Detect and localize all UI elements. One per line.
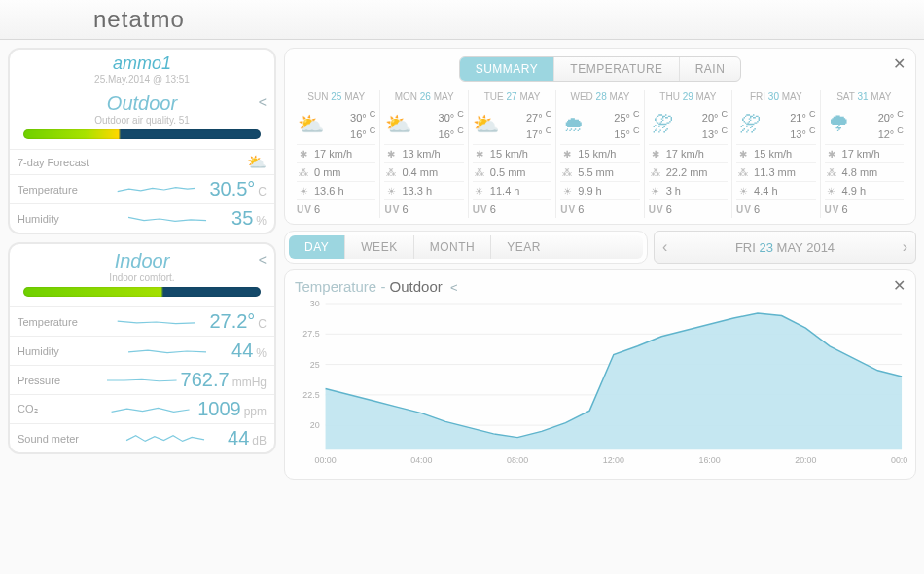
chevron-right-icon[interactable]: › — [903, 238, 907, 256]
temperature-chart[interactable]: 2022.52527.53000:0004:0008:0012:0016:002… — [293, 295, 907, 470]
value-outdoor-humidity: 35% — [231, 207, 267, 230]
main-area: ✕ SUMMARY TEMPERATURE RAIN SUN 25 MAY⛅30… — [276, 48, 916, 480]
indoor-module-header: < Indoor Indoor comfort. — [10, 244, 274, 306]
row-indoor-pressure[interactable]: Pressure 762.7mmHg — [10, 365, 274, 394]
app-body: ammo1 25.May.2014 @ 13:51 < Outdoor Outd… — [0, 40, 924, 480]
outdoor-quality-bar — [23, 129, 261, 139]
forecast-tabs: SUMMARY TEMPERATURE RAIN — [293, 56, 907, 82]
svg-text:20:00: 20:00 — [795, 455, 816, 465]
svg-text:00:00: 00:00 — [891, 455, 907, 465]
tab-temperature[interactable]: TEMPERATURE — [554, 57, 679, 81]
indoor-comfort-bar — [23, 287, 261, 297]
weather-icon: ⛅ — [297, 112, 324, 137]
svg-text:20: 20 — [310, 420, 320, 430]
close-icon[interactable]: ✕ — [893, 54, 906, 73]
indoor-subtitle: Indoor comfort. — [16, 272, 268, 283]
label-humidity: Humidity — [18, 213, 103, 225]
forecast-day[interactable]: SUN 25 MAY⛅30° C16° C✱17 km/h⁂0 mm☀13.6 … — [293, 90, 380, 218]
brand-bar: netatmo — [0, 0, 924, 40]
sun-icon: ☀ — [736, 186, 750, 197]
label-forecast: 7-day Forecast — [18, 157, 103, 168]
tab-month[interactable]: MONTH — [414, 235, 492, 259]
uv-icon: UV — [297, 204, 310, 215]
chevron-left-icon[interactable]: ‹ — [662, 238, 667, 256]
forecast-day[interactable]: FRI 30 MAY⛈21° C13° C✱15 km/h⁂11.3 mm☀4.… — [732, 90, 820, 218]
rain-icon: ⁂ — [297, 167, 310, 178]
rain-icon: ⁂ — [473, 167, 486, 178]
share-icon[interactable]: < — [259, 252, 267, 268]
value-outdoor-temp: 30.5°C — [209, 178, 267, 200]
uv-icon: UV — [473, 204, 486, 215]
svg-text:25: 25 — [310, 360, 320, 370]
tab-day[interactable]: DAY — [289, 235, 345, 259]
rain-icon: ⁂ — [560, 167, 574, 178]
spark-outdoor-temp — [107, 182, 205, 197]
rain-icon: ⁂ — [384, 167, 398, 178]
outdoor-subtitle: Outdoor air quality. 51 — [16, 115, 268, 126]
sun-icon: ☀ — [473, 186, 486, 197]
tab-week[interactable]: WEEK — [345, 235, 413, 259]
wind-icon: ✱ — [825, 149, 838, 160]
svg-text:22.5: 22.5 — [302, 390, 319, 400]
wind-icon: ✱ — [736, 149, 750, 160]
weather-icon: 🌧 — [560, 112, 587, 137]
row-outdoor-humidity[interactable]: Humidity 35% — [10, 203, 274, 233]
wind-icon: ✱ — [473, 149, 486, 160]
label-temp: Temperature — [18, 184, 103, 196]
svg-text:08:00: 08:00 — [507, 455, 528, 465]
svg-text:00:00: 00:00 — [314, 455, 336, 465]
row-indoor-temp[interactable]: Temperature 27.2°C — [10, 306, 274, 336]
forecast-day[interactable]: TUE 27 MAY⛅27° C17° C✱15 km/h⁂0.5 mm☀11.… — [469, 90, 556, 218]
sun-icon: ☀ — [384, 186, 398, 197]
svg-text:30: 30 — [310, 299, 320, 308]
share-icon[interactable]: < — [446, 280, 458, 295]
wind-icon: ✱ — [384, 149, 398, 160]
station-header: ammo1 25.May.2014 @ 13:51 — [10, 50, 274, 87]
weather-icon: ⛈ — [736, 112, 764, 137]
outdoor-title: Outdoor — [16, 92, 268, 115]
svg-text:12:00: 12:00 — [603, 455, 624, 465]
row-outdoor-temp[interactable]: Temperature 30.5°C — [10, 174, 274, 203]
sun-icon: ☀ — [297, 186, 310, 197]
uv-icon: UV — [560, 204, 574, 215]
range-row: DAY WEEK MONTH YEAR ‹ FRI 23 MAY 2014 › — [284, 231, 916, 264]
row-indoor-co2[interactable]: CO₂ 1009ppm — [10, 394, 274, 423]
row-forecast[interactable]: 7-day Forecast ⛅ — [10, 149, 274, 174]
rain-icon: ⁂ — [825, 167, 838, 178]
weather-icon: ⛅ — [384, 112, 411, 137]
station-name: ammo1 — [10, 54, 274, 74]
forecast-panel: ✕ SUMMARY TEMPERATURE RAIN SUN 25 MAY⛅30… — [284, 48, 916, 225]
svg-text:16:00: 16:00 — [698, 455, 720, 465]
current-date: FRI 23 MAY 2014 — [735, 240, 835, 255]
rain-icon: ⁂ — [649, 167, 662, 178]
spark-outdoor-humidity — [107, 211, 228, 227]
close-icon[interactable]: ✕ — [893, 276, 906, 295]
indoor-card: < Indoor Indoor comfort. Temperature 27.… — [8, 242, 276, 454]
station-card: ammo1 25.May.2014 @ 13:51 < Outdoor Outd… — [8, 48, 276, 234]
wind-icon: ✱ — [297, 149, 310, 160]
tab-year[interactable]: YEAR — [491, 235, 556, 259]
share-icon[interactable]: < — [259, 94, 267, 110]
forecast-day[interactable]: WED 28 MAY🌧25° C15° C✱15 km/h⁂5.5 mm☀9.9… — [556, 90, 644, 218]
range-tabs-panel: DAY WEEK MONTH YEAR — [284, 231, 648, 264]
outdoor-module-header: < Outdoor Outdoor air quality. 51 — [10, 87, 274, 149]
rain-icon: ⁂ — [736, 167, 750, 178]
forecast-day[interactable]: THU 29 MAY⛈20° C13° C✱17 km/h⁂22.2 mm☀3 … — [645, 90, 732, 218]
forecast-day[interactable]: SAT 31 MAY🌩20° C12° C✱17 km/h⁂4.8 mm☀4.9… — [821, 90, 907, 218]
forecast-day[interactable]: MON 26 MAY⛅30° C16° C✱13 km/h⁂0.4 mm☀13.… — [380, 90, 468, 218]
date-pager[interactable]: ‹ FRI 23 MAY 2014 › — [654, 231, 916, 264]
sun-icon: ☀ — [825, 186, 838, 197]
svg-text:27.5: 27.5 — [302, 330, 319, 340]
uv-icon: UV — [384, 204, 398, 215]
uv-icon: UV — [649, 204, 662, 215]
tab-rain[interactable]: RAIN — [680, 57, 741, 81]
sun-icon: ☀ — [649, 186, 662, 197]
row-indoor-humidity[interactable]: Humidity 44% — [10, 336, 274, 365]
tab-summary[interactable]: SUMMARY — [460, 57, 555, 81]
uv-icon: UV — [736, 204, 750, 215]
forecast-grid: SUN 25 MAY⛅30° C16° C✱17 km/h⁂0 mm☀13.6 … — [293, 90, 907, 218]
row-indoor-sound[interactable]: Sound meter 44dB — [10, 423, 274, 452]
weather-icon: 🌩 — [825, 112, 852, 137]
brand-logo: netatmo — [93, 6, 185, 32]
sidebar: ammo1 25.May.2014 @ 13:51 < Outdoor Outd… — [8, 48, 276, 480]
